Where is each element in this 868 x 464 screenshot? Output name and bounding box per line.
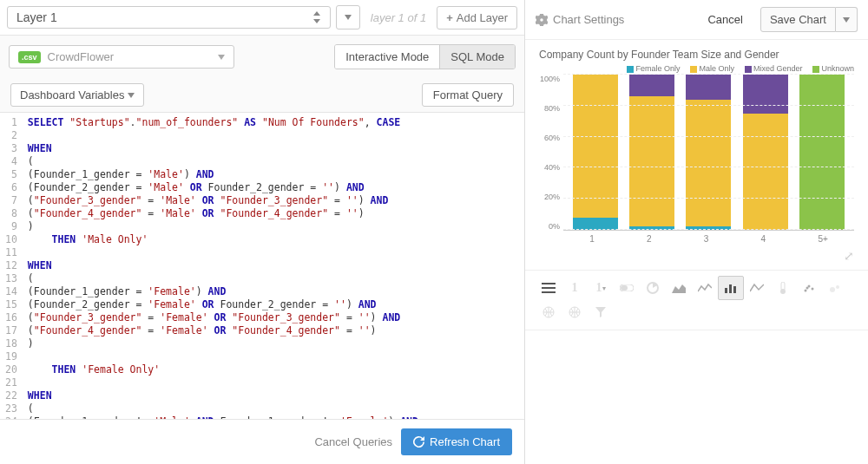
svg-point-13 — [812, 288, 814, 291]
plus-icon: + — [446, 11, 453, 24]
mode-toggle: Interactive Mode SQL Mode — [334, 44, 516, 69]
number-1-icon[interactable]: 1 — [562, 276, 588, 300]
svg-rect-7 — [729, 284, 732, 293]
layer-select[interactable]: Layer 1 — [7, 6, 331, 29]
svg-point-11 — [805, 290, 807, 292]
cancel-queries-button[interactable]: Cancel Queries — [314, 435, 392, 448]
svg-rect-4 — [621, 285, 628, 291]
svg-rect-6 — [725, 288, 727, 293]
expand-icon[interactable]: ⤢ — [525, 247, 868, 270]
sql-editor[interactable]: 1234567891011121314151617181920212223242… — [0, 112, 524, 419]
caret-down-icon — [128, 93, 135, 98]
chart-settings-button[interactable]: Chart Settings — [536, 13, 624, 26]
format-query-button[interactable]: Format Query — [422, 83, 514, 107]
layer-dropdown-button[interactable] — [336, 5, 360, 29]
bar-5+ — [799, 75, 845, 230]
bubble-icon[interactable] — [822, 276, 848, 300]
svg-point-15 — [830, 287, 835, 292]
svg-rect-8 — [733, 286, 736, 293]
bar-icon[interactable] — [718, 276, 744, 300]
bar-3 — [686, 75, 731, 230]
cancel-button[interactable]: Cancel — [707, 13, 742, 26]
x-axis: 12345+ — [539, 234, 854, 244]
progress-icon[interactable] — [614, 276, 640, 300]
bar-1 — [573, 75, 618, 230]
y-axis: 100%80%60%40%20%0% — [539, 75, 563, 231]
grid-icon[interactable] — [536, 276, 562, 300]
caret-down-icon — [843, 17, 850, 23]
datasource-select[interactable]: .csv CrowdFlower — [9, 45, 234, 69]
updown-icon — [312, 11, 321, 23]
caret-down-icon — [218, 55, 225, 60]
bar-4 — [743, 75, 788, 230]
line-gutter: 1234567891011121314151617181920212223242… — [0, 113, 23, 419]
pie-icon[interactable] — [640, 276, 666, 300]
svg-point-16 — [836, 285, 839, 289]
number-1-dd-icon[interactable]: 1▾ — [588, 276, 614, 300]
gear-icon — [536, 14, 548, 26]
interactive-mode-tab[interactable]: Interactive Mode — [335, 45, 439, 69]
refresh-chart-button[interactable]: Refresh Chart — [401, 428, 512, 455]
caret-down-icon — [345, 15, 352, 20]
refresh-label: Refresh Chart — [430, 435, 500, 448]
add-layer-label: Add Layer — [457, 11, 508, 24]
csv-badge: .csv — [18, 51, 41, 63]
chart-legend: Female OnlyMale OnlyMixed GenderUnknown — [539, 64, 854, 73]
thermo-icon[interactable] — [770, 276, 796, 300]
refresh-icon — [413, 436, 424, 448]
svg-point-10 — [780, 289, 786, 294]
svg-rect-1 — [542, 287, 556, 289]
sql-mode-tab[interactable]: SQL Mode — [439, 45, 515, 69]
globe2-icon[interactable] — [562, 300, 588, 324]
chart-type-toolbar: 11▾ — [525, 270, 868, 330]
layer-count-label: layer 1 of 1 — [365, 11, 431, 24]
svg-point-14 — [806, 287, 809, 290]
dashboard-variables-button[interactable]: Dashboard Variables — [10, 83, 144, 107]
chart-settings-label: Chart Settings — [553, 13, 624, 26]
line-icon[interactable] — [692, 276, 718, 300]
svg-rect-2 — [542, 291, 556, 293]
dashboard-variables-label: Dashboard Variables — [20, 88, 124, 101]
scatter-icon[interactable] — [796, 276, 822, 300]
sql-code[interactable]: SELECT "Startups"."num_of_founders" AS "… — [23, 113, 424, 419]
add-layer-button[interactable]: + Add Layer — [437, 6, 517, 29]
save-chart-dropdown[interactable] — [836, 7, 858, 32]
area-icon[interactable] — [666, 276, 692, 300]
chart-plot — [563, 75, 854, 231]
globe-icon[interactable] — [536, 300, 562, 324]
svg-rect-0 — [542, 283, 556, 284]
line2-icon[interactable] — [744, 276, 770, 300]
funnel-icon[interactable] — [588, 300, 614, 324]
save-chart-button[interactable]: Save Chart — [760, 7, 836, 32]
datasource-name: CrowdFlower — [48, 50, 115, 63]
chart-title: Company Count by Founder Team Size and G… — [539, 49, 854, 61]
bar-2 — [629, 75, 674, 230]
layer-label: Layer 1 — [16, 10, 57, 24]
